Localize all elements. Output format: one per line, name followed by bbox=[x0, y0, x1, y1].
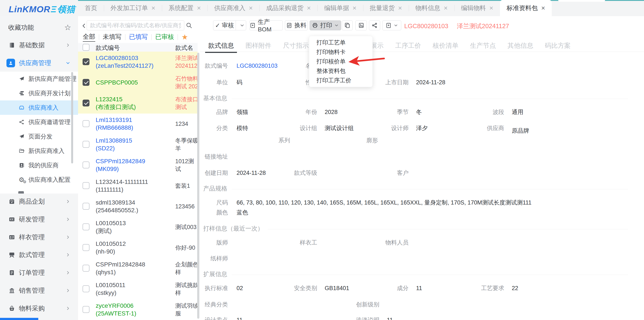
close-icon[interactable]: × bbox=[541, 5, 545, 12]
close-icon[interactable]: × bbox=[249, 5, 253, 12]
close-icon[interactable]: × bbox=[444, 5, 448, 12]
sidebar-group-sample-mgmt[interactable]: 样衣管理 bbox=[0, 230, 78, 244]
close-icon[interactable]: × bbox=[152, 5, 155, 12]
filter-star-icon[interactable]: ★ bbox=[182, 33, 188, 41]
style-no-link[interactable]: LGC800280103 bbox=[236, 62, 291, 70]
tab-product-purchase-return[interactable]: 成品采购退货× bbox=[259, 0, 318, 16]
row-checkbox[interactable] bbox=[82, 79, 90, 86]
style-code[interactable]: LGC800280103 bbox=[96, 54, 175, 62]
tab-supplier-access[interactable]: 供应商准入× bbox=[208, 0, 259, 16]
style-code[interactable]: L00105012 bbox=[96, 240, 175, 248]
sidebar-item-supplier-access-config[interactable]: ⚙⚙ 供应商准入配置 bbox=[0, 172, 78, 187]
row-checkbox[interactable] bbox=[82, 286, 90, 292]
tab-pattern-attachment[interactable]: 图样附件 bbox=[246, 41, 271, 50]
close-icon[interactable]: × bbox=[490, 5, 493, 12]
sidebar-group-basic-data[interactable]: 基础数据 bbox=[0, 38, 78, 52]
tab-outsourcing-order[interactable]: 外发加工订单× bbox=[104, 0, 162, 16]
sidebar-item-page-distribute[interactable]: 页面分发 bbox=[0, 129, 78, 144]
sidebar-group-sales-mgmt[interactable]: 销售管理 bbox=[0, 284, 78, 298]
list-scrollbar[interactable] bbox=[197, 53, 199, 319]
select-all-checkbox[interactable] bbox=[82, 44, 90, 51]
list-row[interactable]: L00105011(cstkyy) 测试挑款样 bbox=[78, 279, 198, 300]
menu-item-print-craft-sheet[interactable]: 打印工艺单 bbox=[309, 38, 372, 47]
row-checkbox[interactable] bbox=[82, 120, 90, 127]
production-bom-button[interactable]: 生产BOM bbox=[250, 20, 283, 30]
sidebar-item-my-suppliers[interactable]: 我的供应商 bbox=[0, 158, 78, 172]
menu-item-print-price-check-sheet[interactable]: 打印核价单 bbox=[309, 57, 372, 66]
search-icon[interactable] bbox=[186, 22, 192, 29]
audit-split-button[interactable]: ✓ 审核 bbox=[213, 20, 246, 30]
star-outline-icon[interactable]: ☆ bbox=[64, 23, 71, 32]
sidebar-item-supplier-access[interactable]: 供应商准入 bbox=[0, 100, 78, 115]
list-row[interactable]: L00105012(nh-90) 你好-90 bbox=[78, 238, 198, 258]
row-checkbox[interactable] bbox=[82, 244, 90, 251]
style-code[interactable]: L00105013 bbox=[96, 219, 175, 227]
list-row[interactable]: L00105013(测试) 测试003 bbox=[78, 217, 198, 238]
row-checkbox[interactable] bbox=[82, 203, 90, 210]
sidebar-group-order-mgmt[interactable]: 订单管理 bbox=[0, 266, 78, 280]
list-row[interactable]: Lml13088915(SD22) 冬季保暖羊 bbox=[78, 134, 198, 155]
search-input[interactable] bbox=[87, 20, 184, 30]
tab-production-node[interactable]: 生产节点 bbox=[470, 41, 496, 50]
menu-item-print-process-price[interactable]: 打印工序工价 bbox=[309, 76, 372, 85]
sidebar-favorites[interactable]: 收藏功能 ☆ bbox=[0, 20, 78, 34]
sidebar-item-supplier-dev-plan[interactable]: 供应商开发计划 bbox=[0, 86, 78, 100]
sidebar-group-style-mgmt[interactable]: 款式管理 bbox=[0, 248, 78, 262]
menu-item-whole-package[interactable]: 整体资料包 bbox=[309, 66, 372, 76]
new-doc-split-button[interactable] bbox=[382, 20, 401, 30]
sidebar-group-material-purchase[interactable]: 物料采购 bbox=[0, 301, 78, 316]
style-code[interactable]: L00105011 bbox=[96, 281, 175, 289]
tab-home[interactable]: 首页 bbox=[78, 0, 104, 16]
tab-size-spec[interactable]: 尺寸指示 bbox=[283, 41, 309, 50]
tab-other-info[interactable]: 其他信息 bbox=[508, 41, 533, 50]
list-row[interactable]: L1232415(布渣接口测试) 布渣接口测试 bbox=[78, 93, 198, 114]
sidebar-group-product-planning[interactable]: 商品企划 bbox=[0, 194, 78, 208]
filter-unfilled[interactable]: 未填写 bbox=[103, 33, 122, 41]
sidebar-group-supplier-mgmt[interactable]: 供应商管理 bbox=[0, 56, 78, 70]
sidebar-group-rnd-mgmt[interactable]: 研发管理 bbox=[0, 212, 78, 226]
sidebar-scrollbar[interactable] bbox=[71, 72, 73, 164]
filter-audited[interactable]: 已审核 bbox=[155, 33, 174, 41]
tab-edit-material[interactable]: 编辑物料× bbox=[454, 0, 500, 16]
audit-button[interactable]: ✓ 审核 bbox=[213, 21, 236, 30]
close-icon[interactable]: × bbox=[352, 5, 356, 12]
style-code[interactable]: L1232415 bbox=[96, 96, 175, 103]
style-code[interactable]: CSPPml12842848 bbox=[96, 261, 175, 268]
swap-material-button[interactable]: 换料 bbox=[285, 20, 308, 30]
tab-style-info[interactable]: 款式信息 bbox=[208, 41, 234, 50]
row-checkbox[interactable] bbox=[82, 265, 90, 272]
filter-all[interactable]: 全部 bbox=[83, 32, 95, 42]
close-icon[interactable]: × bbox=[398, 5, 402, 12]
row-checkbox[interactable] bbox=[82, 182, 90, 189]
sidebar-item-new-supplier-capacity[interactable]: 新供应商产能管理 bbox=[0, 72, 78, 86]
list-row[interactable]: CSPPBCP0005 石竹物料测试 2024/11/27 bbox=[78, 72, 198, 93]
share-button[interactable] bbox=[369, 20, 380, 30]
copy-button[interactable] bbox=[342, 20, 353, 30]
tab-price-check-list[interactable]: 核价清单 bbox=[433, 41, 458, 50]
menu-item-print-material-card[interactable]: 打印物料卡 bbox=[309, 47, 372, 57]
style-code[interactable]: sdml13089134 bbox=[96, 199, 175, 206]
sidebar-item-supplier-invite[interactable]: 供应商邀请管理 bbox=[0, 115, 78, 129]
close-icon[interactable]: × bbox=[307, 5, 311, 12]
tab-process-price[interactable]: 工序工价 bbox=[395, 41, 421, 50]
collapse-left-icon[interactable] bbox=[81, 22, 87, 30]
row-checkbox[interactable] bbox=[82, 224, 90, 230]
style-code[interactable]: zyceYRF0006 bbox=[96, 302, 175, 310]
tab-edit-document[interactable]: 编辑单据× bbox=[318, 0, 363, 16]
list-row[interactable]: zyceYRF0006(25AWTEST-1) 测试羽绒服 bbox=[78, 299, 198, 320]
row-checkbox[interactable] bbox=[82, 306, 90, 313]
tab-material-info[interactable]: 物料信息× bbox=[409, 0, 454, 16]
tab-batch-return[interactable]: 批量退货× bbox=[363, 0, 409, 16]
style-code[interactable]: L1232414-11111111 bbox=[96, 178, 175, 186]
row-checkbox[interactable] bbox=[82, 162, 90, 168]
list-row[interactable]: CSPPml12842848(qhys1) 企划颜色样 bbox=[78, 258, 198, 279]
audit-dropdown-toggle[interactable] bbox=[238, 23, 246, 28]
tab-standard-package[interactable]: 标准资料包× bbox=[500, 0, 552, 16]
list-row[interactable]: L1232414-11111111(11111111) 套装1 bbox=[78, 176, 198, 196]
list-row[interactable]: sdml13089134(25464850552.) 123456 bbox=[78, 196, 198, 217]
tab-size-ratio-plan[interactable]: 码比方案 bbox=[545, 41, 571, 50]
style-code[interactable]: CSPPBCP0005 bbox=[96, 79, 175, 86]
print-button[interactable]: 打印 bbox=[310, 20, 341, 30]
list-row[interactable]: LGC800280103(zeLanTest20241127) 泽兰测试 202… bbox=[78, 52, 198, 72]
style-code[interactable]: Lml13088915 bbox=[96, 137, 175, 144]
